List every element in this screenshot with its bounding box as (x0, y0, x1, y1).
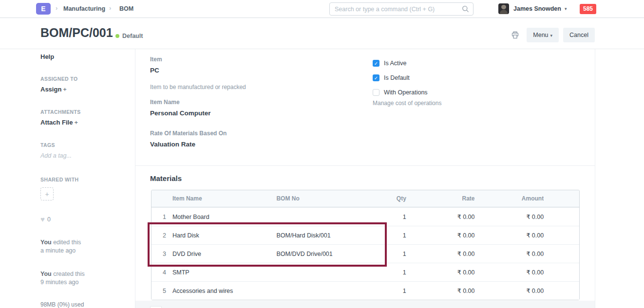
materials-section-title: Materials (150, 174, 182, 182)
item-field-label: Item (150, 56, 162, 63)
table-row[interactable]: 5 Accessories and wires 1 ₹ 0.00 ₹ 0.00 (152, 281, 579, 300)
cell-amount: ₹ 0.00 (474, 232, 544, 239)
cell-amount: ₹ 0.00 (474, 213, 544, 220)
fold-strip (135, 301, 595, 308)
edited-info: You edited this a minute ago (40, 238, 81, 255)
row-index: 2 (152, 232, 172, 239)
caret-down-icon: ▾ (565, 6, 567, 11)
rate-based-on-field-value[interactable]: Valuation Rate (150, 141, 195, 148)
is-active-checkbox[interactable]: ✓ Is Active (373, 60, 407, 67)
cell-item-name: Hard Disk (172, 232, 277, 239)
cell-qty: 1 (374, 269, 406, 276)
col-header-qty: Qty (374, 195, 406, 202)
row-index: 4 (152, 269, 172, 276)
page-head: BOM/PC/001 Default Menu▾ Cancel (0, 18, 644, 49)
row-index: 3 (152, 251, 172, 257)
attachments-heading: ATTACHMENTS (40, 109, 81, 115)
col-header-amount: Amount (474, 195, 544, 202)
notification-badge[interactable]: 585 (580, 4, 596, 14)
cell-item-name: Accessories and wires (172, 288, 277, 294)
storage-usage-link[interactable]: 98MB (0%) used (40, 301, 84, 308)
shared-with-heading: SHARED WITH (40, 177, 78, 182)
cell-qty: 1 (374, 214, 406, 220)
assigned-to-heading: ASSIGNED TO (40, 76, 78, 82)
cancel-button[interactable]: Cancel (563, 28, 595, 42)
col-header-rate: Rate (406, 195, 475, 202)
heart-icon: ♥ (40, 215, 45, 223)
breadcrumb-manufacturing[interactable]: Manufacturing (63, 5, 105, 12)
page-title: BOM/PC/001 (40, 26, 113, 40)
breadcrumb-bom[interactable]: BOM (119, 5, 133, 12)
share-add-button[interactable]: + (40, 187, 54, 200)
cell-rate: ₹ 0.00 (406, 250, 475, 257)
cell-amount: ₹ 0.00 (474, 287, 544, 294)
form-area: Item PC Item to be manufactured or repac… (135, 49, 595, 308)
item-field-description: Item to be manufactured or repacked (150, 84, 246, 91)
col-header-bom-no: BOM No (276, 195, 374, 202)
form-section-main: Item PC Item to be manufactured or repac… (135, 49, 595, 166)
menu-button[interactable]: Menu▾ (527, 28, 559, 42)
cell-rate: ₹ 0.00 (406, 232, 475, 239)
add-tag-input[interactable]: Add a tag... (40, 152, 72, 159)
is-default-label: Is Default (384, 74, 410, 81)
cell-item-name: Mother Board (172, 214, 277, 220)
page-actions: Menu▾ Cancel (508, 28, 595, 42)
table-row[interactable]: 3 DVD Drive BOM/DVD Drive/001 1 ₹ 0.00 ₹… (152, 244, 579, 263)
top-navbar: E › Manufacturing › BOM James Snowden ▾ … (0, 0, 644, 18)
app-logo[interactable]: E (36, 3, 51, 15)
grid-header-row: Item Name BOM No Qty Rate Amount (152, 190, 579, 207)
assign-button[interactable]: Assign+ (40, 86, 67, 93)
next-section-edge (150, 306, 162, 308)
checkbox-checked-icon: ✓ (373, 60, 379, 67)
materials-section: Materials Item Name BOM No Qty Rate Amou… (135, 166, 595, 301)
item-field-value[interactable]: PC (150, 67, 159, 74)
created-info: You created this 9 minutes ago (40, 270, 85, 287)
status-indicator: Default (115, 33, 143, 39)
cell-rate: ₹ 0.00 (406, 213, 475, 220)
row-index: 1 (152, 214, 172, 220)
item-name-field-value[interactable]: Personal Computer (150, 109, 211, 117)
user-name: James Snowden (513, 5, 561, 12)
cell-amount: ₹ 0.00 (474, 250, 544, 257)
cell-qty: 1 (374, 251, 406, 257)
cell-rate: ₹ 0.00 (406, 269, 475, 276)
status-dot-icon (115, 34, 119, 38)
item-name-field-label: Item Name (150, 99, 180, 106)
plus-icon: + (63, 86, 67, 93)
like-control[interactable]: ♥ 0 (40, 215, 51, 223)
search-input[interactable] (335, 6, 462, 13)
chevron-right-icon: › (56, 4, 57, 12)
col-header-item-name: Item Name (172, 195, 277, 202)
cell-item-name: DVD Drive (172, 251, 277, 257)
print-button[interactable] (508, 29, 522, 41)
table-row[interactable]: 4 SMTP 1 ₹ 0.00 ₹ 0.00 (152, 263, 579, 281)
checkbox-unchecked-icon (373, 89, 379, 96)
global-search (329, 2, 474, 16)
cell-amount: ₹ 0.00 (474, 269, 544, 276)
status-label: Default (122, 33, 143, 39)
form-sidebar: Help ASSIGNED TO Assign+ ATTACHMENTS Att… (0, 49, 135, 308)
caret-down-icon: ▾ (550, 33, 553, 38)
cell-bom-no: BOM/DVD Drive/001 (276, 251, 374, 257)
plus-icon: + (74, 119, 78, 126)
attach-file-button[interactable]: Attach File+ (40, 119, 78, 126)
with-operations-label: With Operations (384, 89, 428, 96)
cell-rate: ₹ 0.00 (406, 287, 475, 294)
like-count: 0 (47, 216, 51, 223)
cell-item-name: SMTP (172, 269, 277, 276)
table-row[interactable]: 2 Hard Disk BOM/Hard Disk/001 1 ₹ 0.00 ₹… (152, 226, 579, 244)
sidebar-help-link[interactable]: Help (40, 53, 54, 60)
cell-bom-no: BOM/Hard Disk/001 (276, 232, 374, 239)
table-row[interactable]: 1 Mother Board 1 ₹ 0.00 ₹ 0.00 (152, 207, 579, 226)
is-default-checkbox[interactable]: ✓ Is Default (373, 74, 410, 81)
tags-heading: TAGS (40, 142, 55, 148)
with-operations-checkbox[interactable]: With Operations (373, 89, 428, 96)
is-active-label: Is Active (384, 60, 407, 67)
chevron-right-icon: › (109, 4, 111, 12)
search-icon (462, 5, 469, 13)
printer-icon (511, 31, 519, 39)
user-menu[interactable]: James Snowden ▾ (498, 3, 567, 14)
materials-grid: Item Name BOM No Qty Rate Amount 1 Mothe… (151, 190, 580, 300)
cell-qty: 1 (374, 288, 406, 294)
cell-qty: 1 (374, 232, 406, 239)
